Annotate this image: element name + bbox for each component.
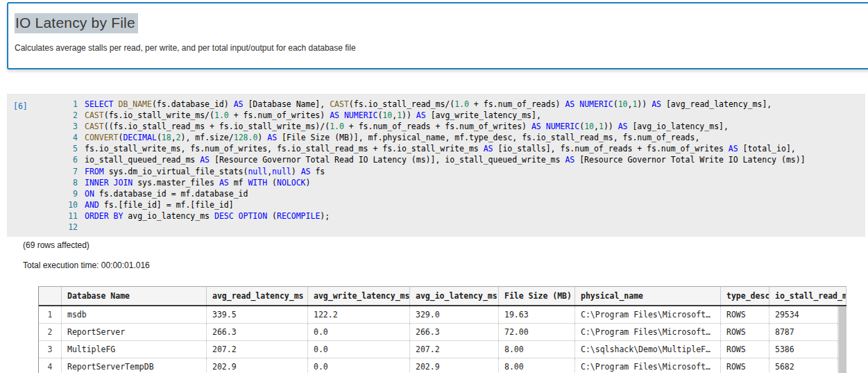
row-number-header[interactable]: [39, 287, 62, 305]
sql-token: ORDER BY: [85, 211, 123, 221]
grid-cell[interactable]: C:\Program Files\Microsoft…: [575, 324, 721, 340]
grid-cell[interactable]: 122.2: [308, 306, 410, 323]
row-number[interactable]: 1: [39, 306, 62, 323]
code-line[interactable]: 11ORDER BY avg_io_latency_ms DESC OPTION…: [7, 210, 865, 222]
page-title: IO Latency by File: [15, 13, 138, 33]
sql-token: [Resource Governor Total Write IO Latenc…: [575, 155, 805, 165]
column-header-physical-name[interactable]: physical_name: [575, 287, 721, 305]
sql-token: AS: [618, 122, 628, 131]
code-text: CAST((fs.io_stall_read_ms + fs.io_stall_…: [78, 121, 729, 132]
execution-time-message: Total execution time: 00:00:01.016: [23, 260, 150, 270]
sql-token: )): [637, 99, 652, 109]
grid-cell[interactable]: 0.0: [308, 358, 410, 373]
sql-token: [total_io],: [738, 144, 796, 154]
line-number: 10: [7, 199, 78, 210]
sql-token: (: [267, 211, 277, 221]
grid-cell[interactable]: 329.0: [410, 306, 499, 323]
markdown-cell[interactable]: IO Latency by File Calculates average st…: [7, 2, 868, 69]
grid-cell[interactable]: MultipleFG: [62, 341, 207, 358]
line-number: 4: [7, 132, 78, 143]
sql-token: CAST: [85, 122, 104, 131]
sql-token: NUMERIC: [579, 99, 613, 109]
sql-token: io_stall_queued_read_ms: [85, 155, 200, 165]
code-text: ORDER BY avg_io_latency_ms DESC OPTION (…: [78, 210, 330, 222]
sql-token: AS: [200, 155, 210, 165]
code-line[interactable]: 10AND fs.[file_id] = mf.[file_id]: [7, 199, 865, 210]
code-line[interactable]: 3CAST((fs.io_stall_read_ms + fs.io_stall…: [7, 121, 865, 132]
column-header-avg-write-latency-ms[interactable]: avg_write_latency_ms: [308, 287, 410, 305]
sql-token: 128.0: [234, 133, 258, 142]
line-number: 9: [7, 188, 78, 199]
code-line[interactable]: 9ON fs.database_id = mf.database_id: [7, 188, 865, 199]
column-header-type-desc[interactable]: type_desc: [721, 287, 769, 305]
sql-token: SELECT: [85, 99, 118, 109]
row-number[interactable]: 3: [39, 341, 62, 358]
grid-cell[interactable]: 8.00: [499, 358, 575, 373]
row-number[interactable]: 4: [39, 358, 62, 373]
code-line[interactable]: 2CAST(fs.io_stall_write_ms/(1.0 + fs.num…: [7, 110, 865, 121]
grid-cell[interactable]: 0.0: [308, 324, 410, 340]
vertical-scrollbar[interactable]: [838, 306, 846, 373]
sql-token: CAST: [330, 99, 349, 109]
sql-token: ((fs.io_stall_read_ms + fs.io_stall_writ…: [104, 122, 330, 131]
line-number: 8: [7, 177, 78, 188]
sql-token: 1.0: [214, 110, 229, 120]
column-header-io-stall-read-ms[interactable]: io_stall_read_ms: [769, 287, 846, 305]
code-line[interactable]: 12: [7, 222, 865, 233]
line-number: 12: [7, 222, 78, 233]
grid-cell[interactable]: msdb: [62, 306, 207, 323]
code-line[interactable]: 6io_stall_queued_read_ms AS [Resource Go…: [7, 154, 865, 165]
sql-token: null: [248, 167, 267, 176]
grid-cell[interactable]: 202.9: [207, 358, 308, 373]
grid-cell[interactable]: 29534: [769, 306, 838, 323]
grid-cell[interactable]: 0.0: [308, 341, 410, 358]
code-line[interactable]: 1SELECT DB_NAME(fs.database_id) AS [Data…: [7, 99, 865, 110]
grid-cell[interactable]: 207.2: [207, 341, 308, 358]
grid-cell[interactable]: 207.2: [410, 341, 499, 358]
column-header-avg-io-latency-ms[interactable]: avg_io_latency_ms: [410, 287, 499, 305]
sql-editor[interactable]: 1SELECT DB_NAME(fs.database_id) AS [Data…: [7, 99, 865, 233]
grid-cell[interactable]: ROWS: [721, 324, 769, 340]
code-line[interactable]: 5fs.io_stall_write_ms, fs.num_of_writes,…: [7, 143, 865, 154]
grid-cell[interactable]: ROWS: [721, 306, 769, 323]
sql-token: ), mf.size/: [181, 133, 234, 142]
grid-body: 1msdb339.5122.2329.019.63C:\Program File…: [39, 306, 846, 373]
grid-cell[interactable]: 19.63: [499, 306, 575, 323]
sql-token: [234, 211, 239, 221]
sql-token: [541, 122, 546, 131]
sql-token: 1.0: [454, 99, 469, 109]
code-text: FROM sys.dm_io_virtual_file_stats(null,n…: [78, 166, 325, 177]
sql-token: CAST: [85, 110, 104, 120]
column-header-file-size-mb-[interactable]: File Size (MB): [499, 287, 575, 305]
row-number[interactable]: 2: [39, 324, 62, 340]
sql-token: ): [257, 133, 267, 142]
code-line[interactable]: 8INNER JOIN sys.master_files AS mf WITH …: [7, 177, 865, 188]
grid-cell[interactable]: ReportServerTempDB: [62, 358, 207, 373]
grid-cell[interactable]: 339.5: [207, 306, 308, 323]
grid-cell[interactable]: ROWS: [721, 341, 769, 358]
code-line[interactable]: 7FROM sys.dm_io_virtual_file_stats(null,…: [7, 166, 865, 177]
results-grid[interactable]: Database Nameavg_read_latency_msavg_writ…: [38, 286, 846, 373]
grid-cell[interactable]: C:\sqlshack\Demo\MultipleF…: [575, 341, 721, 358]
grid-cell[interactable]: C:\Program Files\Microsoft…: [575, 358, 721, 373]
cell-description: Calculates average stalls per read, per …: [15, 43, 868, 53]
code-line[interactable]: 4CONVERT(DECIMAL(18,2), mf.size/128.0) A…: [7, 132, 865, 143]
grid-cell[interactable]: ROWS: [721, 358, 769, 373]
grid-cell[interactable]: 72.00: [499, 324, 575, 340]
grid-cell[interactable]: 202.9: [410, 358, 499, 373]
sql-token: 10: [382, 110, 392, 120]
grid-cell[interactable]: 266.3: [207, 324, 308, 340]
sql-token: RECOMPILE: [277, 211, 320, 221]
column-header-database-name[interactable]: Database Name: [62, 287, 207, 305]
grid-cell[interactable]: C:\Program Files\Microsoft…: [575, 306, 721, 323]
grid-cell[interactable]: 8.00: [499, 341, 575, 358]
grid-cell[interactable]: 5386: [769, 341, 838, 358]
grid-cell[interactable]: 5682: [769, 358, 838, 373]
column-header-avg-read-latency-ms[interactable]: avg_read_latency_ms: [207, 287, 308, 305]
sql-token: 18: [162, 133, 171, 142]
sql-token: NUMERIC: [344, 110, 377, 120]
grid-cell[interactable]: 266.3: [410, 324, 499, 340]
code-cell[interactable]: [6] 1SELECT DB_NAME(fs.database_id) AS […: [7, 94, 865, 237]
grid-cell[interactable]: 8787: [769, 324, 838, 340]
grid-cell[interactable]: ReportServer: [62, 324, 207, 340]
